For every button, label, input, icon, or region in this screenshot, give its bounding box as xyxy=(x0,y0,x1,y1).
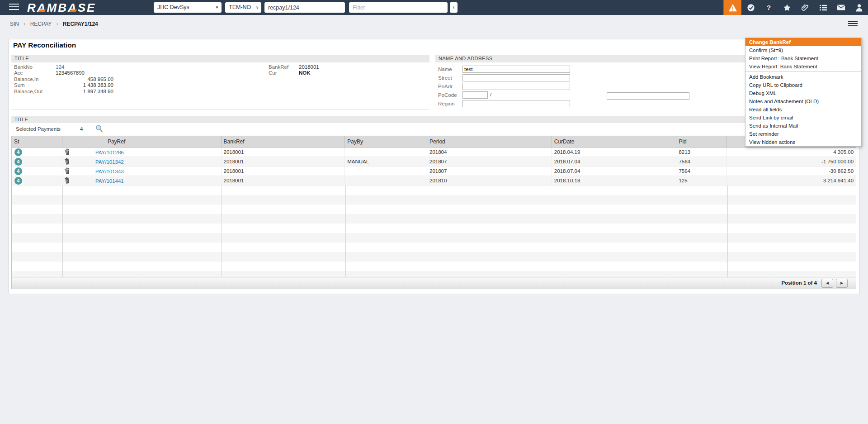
delete-icon[interactable] xyxy=(64,148,70,157)
field-label: Balance,In xyxy=(14,76,56,82)
mail-icon[interactable] xyxy=(832,0,850,15)
status-badge[interactable]: 4 xyxy=(14,177,22,185)
table-row: 4PAY/10134320180012018072018.07.047564-3… xyxy=(12,167,856,176)
context-menu-item[interactable]: Notes and Attachement (OLD) xyxy=(745,97,861,105)
next-page-button[interactable]: ▶ xyxy=(836,279,848,288)
chevron-down-icon: ∨ xyxy=(256,2,259,13)
poadr-field[interactable] xyxy=(462,83,570,90)
previous-page-button[interactable]: ◀ xyxy=(821,279,833,288)
status-badge[interactable]: 4 xyxy=(14,167,22,175)
cell-pid: 7564 xyxy=(676,167,727,176)
cell-pid: 7564 xyxy=(676,157,727,166)
cell-bankref: 2018001 xyxy=(222,176,345,185)
cell-period: 201807 xyxy=(427,167,552,176)
top-navbar: RAMBASE JHC DevSys ▼ TEM-NO ∨ ‹ ? xyxy=(0,0,868,15)
context-menu-item[interactable]: Read all fields xyxy=(745,105,861,114)
delete-icon[interactable] xyxy=(64,158,70,166)
menu-separator xyxy=(745,71,861,72)
context-menu-item[interactable]: Print Report : Bank Statement xyxy=(745,54,861,62)
payref-link[interactable]: PAY/101342 xyxy=(95,157,124,166)
cell-payby xyxy=(345,176,427,185)
hamburger-menu-icon[interactable] xyxy=(9,4,19,11)
column-header-pid[interactable]: Pid xyxy=(676,136,727,147)
column-header-payref[interactable]: PayRef xyxy=(62,136,222,147)
field-value: 2018001 xyxy=(299,64,357,70)
field-label: Balance,Out xyxy=(14,89,56,95)
cell-payref: PAY/101286 xyxy=(62,148,222,157)
filter-input[interactable] xyxy=(349,2,448,13)
company-select[interactable]: JHC DevSys ▼ xyxy=(154,2,222,13)
payref-link[interactable]: PAY/101286 xyxy=(95,148,124,157)
country-field[interactable] xyxy=(607,92,689,100)
column-header-st[interactable]: St xyxy=(12,136,62,147)
pocode-field[interactable] xyxy=(462,91,488,99)
context-menu-item[interactable]: View Report: Bank Statement xyxy=(745,62,861,71)
payments-section-header: TITLE xyxy=(11,116,858,123)
cell-period: 201810 xyxy=(427,176,552,185)
street-field[interactable] xyxy=(462,74,570,81)
breadcrumb-item-recpay[interactable]: RECPAY xyxy=(30,21,52,27)
context-menu-item[interactable]: Send Link by email xyxy=(745,114,861,122)
field-label: Sum xyxy=(14,82,56,88)
payref-link[interactable]: PAY/101441 xyxy=(95,176,124,185)
context-menu-item[interactable]: Copy URL to Clipboard xyxy=(745,81,861,89)
context-menu-item[interactable]: Send as Internal Mail xyxy=(745,122,861,130)
cell-curdate: 2018.07.04 xyxy=(552,167,677,176)
payref-link[interactable]: PAY/101343 xyxy=(95,167,124,176)
context-menu-item[interactable]: Confirm (St=9) xyxy=(745,46,861,54)
field-value: 1 438 383.90 xyxy=(56,82,113,88)
column-header-payby[interactable]: PayBy xyxy=(345,136,427,147)
collapse-search-button[interactable]: ‹ xyxy=(450,2,458,13)
cell-payref: PAY/101441 xyxy=(62,176,222,185)
cell-bankref: 2018001 xyxy=(222,148,345,157)
program-search-input[interactable] xyxy=(264,2,345,13)
status-badge[interactable]: 4 xyxy=(14,148,22,156)
context-menu-item[interactable]: Add Bookmark xyxy=(745,73,861,81)
cell-st: 4 xyxy=(12,176,62,185)
cell-period: 201804 xyxy=(427,148,552,157)
name-field[interactable] xyxy=(462,66,570,73)
field-label: BankNo xyxy=(14,64,56,70)
help-icon[interactable]: ? xyxy=(760,0,778,15)
region-field[interactable] xyxy=(462,100,570,107)
search-icon[interactable] xyxy=(95,124,103,134)
cell-curdate: 2018.07.04 xyxy=(552,157,677,166)
context-menu-item[interactable]: Change BankRef xyxy=(745,38,861,46)
column-header-bankref[interactable]: BankRef xyxy=(222,136,345,147)
context-menu-item[interactable]: Set reminder xyxy=(745,130,861,138)
actions-menu-icon[interactable] xyxy=(848,21,858,28)
field-label: BankRef xyxy=(269,64,299,70)
context-menu-item[interactable]: View hidden actions xyxy=(745,138,861,146)
context-menu-item[interactable]: Debug XML xyxy=(745,89,861,97)
badge-check-icon[interactable] xyxy=(741,0,760,15)
company-select-value: JHC DevSys xyxy=(157,4,189,10)
task-list-icon[interactable] xyxy=(814,0,832,15)
delete-icon[interactable] xyxy=(64,167,70,176)
cell-st: 4 xyxy=(12,157,62,166)
cell-payby xyxy=(345,148,427,157)
payments-table-footer: Position 1 of 4 ◀ ▶ xyxy=(12,277,856,289)
field-label: Cur xyxy=(269,70,299,76)
user-icon[interactable] xyxy=(850,0,868,15)
title-fields-right: BankRef2018001CurNOK xyxy=(269,64,357,76)
warning-icon[interactable] xyxy=(723,0,741,15)
cell-bankref: 2018001 xyxy=(222,157,345,166)
breadcrumb-item-current[interactable]: RECPAY1/124 xyxy=(63,21,98,27)
cell-period: 201807 xyxy=(427,157,552,166)
address-row-region: Region xyxy=(438,100,570,107)
field-value-link[interactable]: 124 xyxy=(56,64,113,70)
navbar-icon-bar: ? xyxy=(723,0,868,15)
paperclip-icon[interactable] xyxy=(796,0,814,15)
breadcrumb-item-sin[interactable]: SIN xyxy=(10,21,19,27)
selected-payments-row: Selected Payments 4 xyxy=(11,123,858,135)
cell-payby xyxy=(345,167,427,176)
rambase-logo[interactable]: RAMBASE xyxy=(27,0,96,15)
delete-icon[interactable] xyxy=(64,177,70,185)
star-icon[interactable] xyxy=(778,0,796,15)
column-header-period[interactable]: Period xyxy=(427,136,552,147)
status-badge[interactable]: 4 xyxy=(14,158,22,166)
module-select[interactable]: TEM-NO ∨ xyxy=(225,2,261,13)
column-header-curdate[interactable]: CurDate xyxy=(552,136,677,147)
title-panel-header: TITLE xyxy=(11,55,429,62)
cell-pid: 8213 xyxy=(676,148,727,157)
